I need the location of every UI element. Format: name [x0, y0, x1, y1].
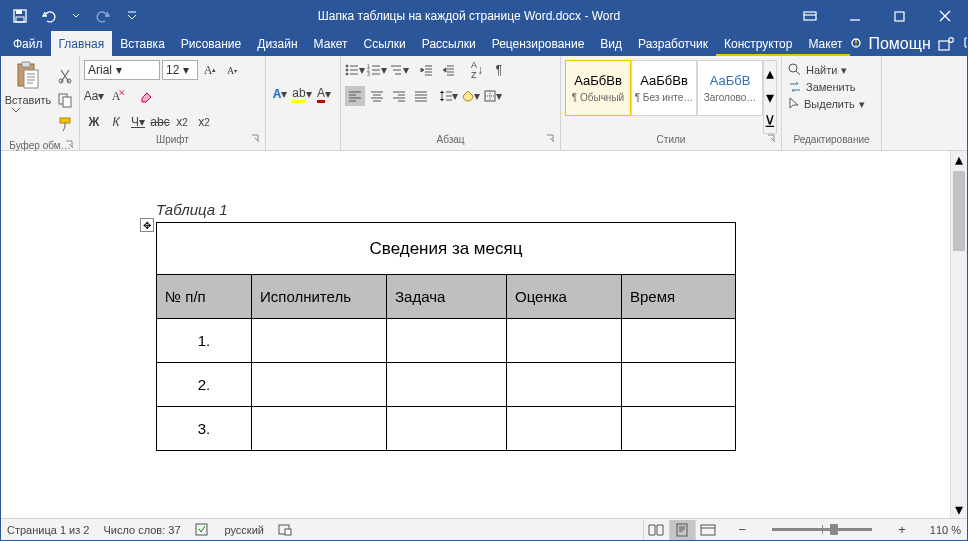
change-case-button[interactable]: Aa▾ — [84, 86, 104, 106]
tell-me-search[interactable]: Помощн — [850, 35, 930, 53]
italic-button[interactable]: К — [106, 112, 126, 132]
table-header[interactable]: Оценка — [507, 275, 622, 319]
superscript-button[interactable]: x2 — [194, 112, 214, 132]
borders-button[interactable]: ▾ — [483, 86, 503, 106]
style-gallery-more[interactable]: ▴▾⊻ — [763, 60, 777, 134]
table-header[interactable]: Время — [622, 275, 736, 319]
scroll-down-icon[interactable]: ▾ — [951, 501, 967, 518]
document-area[interactable]: Таблица 1 ✥ Сведения за месяц № п/п Испо… — [1, 151, 967, 518]
eraser-button[interactable] — [136, 86, 156, 106]
view-web-layout[interactable] — [695, 520, 721, 540]
scroll-thumb[interactable] — [953, 171, 965, 251]
increase-indent-button[interactable] — [439, 60, 459, 80]
zoom-in-button[interactable]: + — [894, 522, 910, 537]
share-button[interactable] — [935, 33, 957, 55]
zoom-out-button[interactable]: − — [735, 522, 751, 537]
font-name-combo[interactable]: Arial▾ — [84, 60, 160, 80]
undo-dropdown[interactable] — [63, 4, 89, 28]
zoom-slider[interactable] — [772, 528, 872, 531]
tab-mailings[interactable]: Рассылки — [414, 31, 484, 56]
table-header[interactable]: Задача — [387, 275, 507, 319]
undo-button[interactable] — [35, 4, 61, 28]
align-center-button[interactable] — [367, 86, 387, 106]
table-header[interactable]: Исполнитель — [252, 275, 387, 319]
style-heading1[interactable]: АаБбВЗаголово… — [697, 60, 763, 116]
style-no-spacing[interactable]: АаБбВв¶ Без инте… — [631, 60, 697, 116]
minimize-button[interactable] — [832, 1, 877, 31]
svg-point-20 — [346, 73, 348, 75]
cut-button[interactable] — [55, 66, 75, 86]
table-row[interactable]: 1. — [157, 319, 736, 363]
justify-button[interactable] — [411, 86, 431, 106]
comments-button[interactable] — [961, 33, 968, 55]
paste-button[interactable]: Вставить — [5, 60, 51, 140]
spell-check-icon[interactable] — [195, 522, 211, 538]
sort-button[interactable]: AZ↓ — [467, 60, 487, 80]
macro-record-icon[interactable] — [278, 522, 292, 538]
decrease-indent-button[interactable] — [417, 60, 437, 80]
replace-button[interactable]: Заменить — [786, 80, 867, 94]
table-move-handle[interactable]: ✥ — [140, 218, 154, 232]
save-button[interactable] — [7, 4, 33, 28]
status-page[interactable]: Страница 1 из 2 — [7, 524, 89, 536]
show-marks-button[interactable]: ¶ — [489, 60, 509, 80]
tab-table-design[interactable]: Конструктор — [716, 31, 800, 56]
table-header[interactable]: № п/п — [157, 275, 252, 319]
tab-file[interactable]: Файл — [5, 31, 51, 56]
align-right-button[interactable] — [389, 86, 409, 106]
grow-font-button[interactable]: A▴ — [200, 60, 220, 80]
maximize-button[interactable] — [877, 1, 922, 31]
tab-design[interactable]: Дизайн — [249, 31, 305, 56]
line-spacing-button[interactable]: ▾ — [439, 86, 459, 106]
vertical-scrollbar[interactable]: ▴ ▾ — [950, 151, 967, 518]
view-read-mode[interactable] — [643, 520, 669, 540]
bullets-button[interactable]: ▾ — [345, 60, 365, 80]
numbering-button[interactable]: 123▾ — [367, 60, 387, 80]
tab-review[interactable]: Рецензирование — [484, 31, 593, 56]
tab-table-layout[interactable]: Макет — [800, 31, 850, 56]
tab-draw[interactable]: Рисование — [173, 31, 249, 56]
qat-customize[interactable] — [119, 4, 145, 28]
table-row[interactable]: 2. — [157, 363, 736, 407]
styles-dialog-launcher[interactable] — [766, 134, 778, 146]
tab-references[interactable]: Ссылки — [356, 31, 414, 56]
close-button[interactable] — [922, 1, 967, 31]
status-language[interactable]: русский — [225, 524, 264, 536]
status-words[interactable]: Число слов: 37 — [103, 524, 180, 536]
select-button[interactable]: Выделить ▾ — [786, 96, 867, 112]
font-size-combo[interactable]: 12▾ — [162, 60, 198, 80]
shrink-font-button[interactable]: A▾ — [222, 60, 242, 80]
table-header-row[interactable]: № п/п Исполнитель Задача Оценка Время — [157, 275, 736, 319]
paragraph-dialog-launcher[interactable] — [545, 134, 557, 146]
text-effects-button[interactable]: A▾ — [270, 84, 290, 104]
tab-developer[interactable]: Разработчик — [630, 31, 716, 56]
copy-button[interactable] — [55, 90, 75, 110]
redo-button[interactable] — [91, 4, 117, 28]
tab-layout[interactable]: Макет — [306, 31, 356, 56]
table-caption[interactable]: Таблица 1 — [156, 201, 937, 218]
align-left-button[interactable] — [345, 86, 365, 106]
tab-view[interactable]: Вид — [592, 31, 630, 56]
table-title-cell[interactable]: Сведения за месяц — [157, 223, 736, 275]
view-print-layout[interactable] — [669, 520, 695, 540]
shading-button[interactable]: ▾ — [461, 86, 481, 106]
bold-button[interactable]: Ж — [84, 112, 104, 132]
font-dialog-launcher[interactable] — [250, 134, 262, 146]
multilevel-button[interactable]: ▾ — [389, 60, 409, 80]
font-color-button[interactable]: A▾ — [314, 84, 334, 104]
find-button[interactable]: Найти ▾ — [786, 62, 867, 78]
ribbon-options-button[interactable] — [787, 1, 832, 31]
style-normal[interactable]: АаБбВв¶ Обычный — [565, 60, 631, 116]
scroll-up-icon[interactable]: ▴ — [951, 151, 967, 168]
clear-format-button[interactable]: A⨯ — [106, 86, 126, 106]
underline-button[interactable]: Ч▾ — [128, 112, 148, 132]
zoom-level[interactable]: 110 % — [930, 524, 961, 536]
tab-home[interactable]: Главная — [51, 31, 113, 56]
tab-insert[interactable]: Вставка — [112, 31, 173, 56]
document-table[interactable]: Сведения за месяц № п/п Исполнитель Зада… — [156, 222, 736, 451]
subscript-button[interactable]: x2 — [172, 112, 192, 132]
table-row[interactable]: 3. — [157, 407, 736, 451]
highlight-button[interactable]: ab▾ — [292, 84, 312, 104]
format-painter-button[interactable] — [55, 114, 75, 134]
strikethrough-button[interactable]: abc — [150, 112, 170, 132]
